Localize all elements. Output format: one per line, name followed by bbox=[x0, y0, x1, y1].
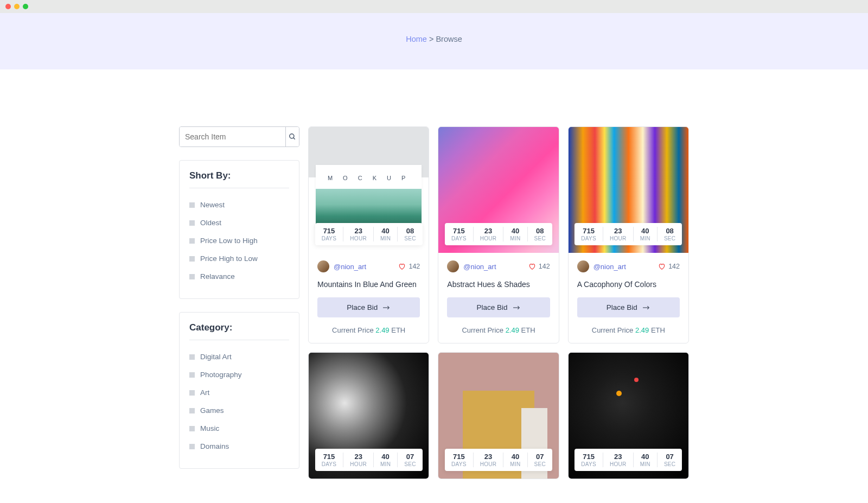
checkbox-icon bbox=[189, 390, 195, 396]
timer-value: 40 bbox=[640, 227, 650, 235]
timer-cell: 40MIN bbox=[503, 453, 527, 467]
timer-value: 08 bbox=[534, 227, 546, 235]
timer-cell: 23HOUR bbox=[474, 453, 504, 467]
sort-option[interactable]: Relavance bbox=[189, 268, 289, 285]
timer-value: 08 bbox=[664, 227, 675, 235]
timer-label: DAYS bbox=[451, 235, 467, 241]
timer-label: HOUR bbox=[610, 235, 627, 241]
timer-value: 40 bbox=[510, 227, 520, 235]
place-bid-button[interactable]: Place Bid bbox=[317, 297, 420, 317]
timer-value: 23 bbox=[610, 227, 627, 235]
sort-option-label: Relavance bbox=[200, 272, 235, 281]
avatar bbox=[447, 260, 459, 272]
timer-label: HOUR bbox=[610, 461, 627, 467]
bid-label: Place Bid bbox=[476, 303, 507, 311]
timer-cell: 07SEC bbox=[658, 453, 682, 467]
sort-option[interactable]: Oldest bbox=[189, 214, 289, 232]
timer-label: MIN bbox=[380, 461, 391, 467]
avatar bbox=[577, 260, 589, 272]
card-meta: @nion_art142Abstract Hues & ShadesPlace … bbox=[438, 253, 558, 343]
search-input[interactable] bbox=[180, 127, 285, 147]
search-button[interactable] bbox=[285, 127, 299, 147]
timer-value: 715 bbox=[581, 453, 596, 461]
price-line: Current Price 2.49 ETH bbox=[317, 326, 420, 334]
category-option[interactable]: Domains bbox=[189, 437, 289, 455]
checkbox-icon bbox=[189, 220, 195, 226]
category-option[interactable]: Music bbox=[189, 419, 289, 437]
price-unit: ETH bbox=[651, 326, 665, 334]
like-number: 142 bbox=[539, 263, 550, 270]
window-minimize-icon[interactable] bbox=[14, 4, 20, 9]
breadcrumb: Home > Browse bbox=[0, 35, 868, 43]
category-option-label: Photography bbox=[200, 371, 242, 379]
timer-cell: 715DAYS bbox=[315, 227, 344, 241]
timer-value: 07 bbox=[404, 453, 416, 461]
countdown-timer: 715DAYS23HOUR40MIN07SEC bbox=[315, 449, 423, 471]
checkbox-icon bbox=[189, 256, 195, 262]
nft-card[interactable]: 715DAYS23HOUR40MIN08SEC@nion_art142Abstr… bbox=[438, 126, 559, 343]
category-option[interactable]: Games bbox=[189, 402, 289, 419]
category-option[interactable]: Art bbox=[189, 384, 289, 402]
svg-line-1 bbox=[293, 138, 295, 139]
price-amount: 2.49 bbox=[506, 326, 519, 334]
category-title: Category: bbox=[189, 322, 289, 340]
timer-value: 715 bbox=[581, 227, 596, 235]
breadcrumb-sep: > bbox=[429, 35, 433, 43]
timer-value: 23 bbox=[610, 453, 627, 461]
timer-label: HOUR bbox=[350, 235, 367, 241]
heart-icon bbox=[658, 263, 666, 270]
countdown-timer: 715DAYS23HOUR40MIN07SEC bbox=[575, 449, 682, 471]
timer-label: HOUR bbox=[480, 461, 497, 467]
category-option[interactable]: Digital Art bbox=[189, 348, 289, 366]
timer-label: MIN bbox=[510, 235, 520, 241]
timer-cell: 715DAYS bbox=[575, 453, 603, 467]
category-option-label: Games bbox=[200, 406, 224, 415]
sidebar: Short By: NewestOldestPrice Low to HighP… bbox=[179, 126, 299, 479]
card-meta: @nion_art142A Cacophony Of ColorsPlace B… bbox=[569, 253, 688, 343]
timer-value: 23 bbox=[350, 227, 367, 235]
svg-point-0 bbox=[290, 134, 294, 138]
category-option[interactable]: Photography bbox=[189, 366, 289, 384]
place-bid-button[interactable]: Place Bid bbox=[577, 297, 680, 317]
timer-cell: 07SEC bbox=[528, 453, 552, 467]
timer-cell: 40MIN bbox=[374, 227, 398, 241]
timer-value: 23 bbox=[480, 453, 497, 461]
like-count[interactable]: 142 bbox=[528, 263, 550, 270]
card-author[interactable]: @nion_art bbox=[447, 260, 496, 272]
timer-label: MIN bbox=[510, 461, 520, 467]
card-title: Abstract Hues & Shades bbox=[447, 280, 550, 289]
like-count[interactable]: 142 bbox=[658, 263, 680, 270]
nft-card[interactable]: M O C K U P715DAYS23HOUR40MIN08SEC@nion_… bbox=[308, 126, 429, 343]
nft-card[interactable]: 715DAYS23HOUR40MIN07SEC bbox=[308, 352, 429, 479]
timer-cell: 08SEC bbox=[658, 227, 682, 241]
price-unit: ETH bbox=[521, 326, 535, 334]
item-grid: M O C K U P715DAYS23HOUR40MIN08SEC@nion_… bbox=[308, 126, 689, 479]
place-bid-button[interactable]: Place Bid bbox=[447, 297, 550, 317]
timer-cell: 23HOUR bbox=[603, 227, 634, 241]
timer-value: 40 bbox=[380, 227, 391, 235]
timer-value: 715 bbox=[322, 453, 337, 461]
checkbox-icon bbox=[189, 354, 195, 360]
timer-cell: 715DAYS bbox=[575, 227, 603, 241]
nft-card[interactable]: 715DAYS23HOUR40MIN07SEC bbox=[568, 352, 689, 479]
timer-cell: 23HOUR bbox=[343, 227, 374, 241]
like-count[interactable]: 142 bbox=[398, 263, 420, 270]
timer-label: SEC bbox=[664, 461, 675, 467]
countdown-timer: 715DAYS23HOUR40MIN07SEC bbox=[445, 449, 552, 471]
timer-value: 715 bbox=[451, 227, 467, 235]
nft-card[interactable]: 715DAYS23HOUR40MIN08SEC@nion_art142A Cac… bbox=[568, 126, 689, 343]
checkbox-icon bbox=[189, 408, 195, 413]
bid-label: Place Bid bbox=[347, 303, 378, 311]
card-author[interactable]: @nion_art bbox=[577, 260, 626, 272]
sort-option[interactable]: Newest bbox=[189, 196, 289, 214]
window-close-icon[interactable] bbox=[5, 4, 11, 9]
sort-option[interactable]: Price Low to High bbox=[189, 232, 289, 250]
breadcrumb-home-link[interactable]: Home bbox=[406, 35, 427, 43]
card-author[interactable]: @nion_art bbox=[317, 260, 366, 272]
nft-card[interactable]: 715DAYS23HOUR40MIN07SEC bbox=[438, 352, 559, 479]
timer-label: SEC bbox=[534, 461, 546, 467]
sort-option[interactable]: Price High to Low bbox=[189, 250, 289, 268]
window-maximize-icon[interactable] bbox=[23, 4, 28, 9]
timer-cell: 23HOUR bbox=[474, 227, 504, 241]
timer-label: SEC bbox=[664, 235, 675, 241]
